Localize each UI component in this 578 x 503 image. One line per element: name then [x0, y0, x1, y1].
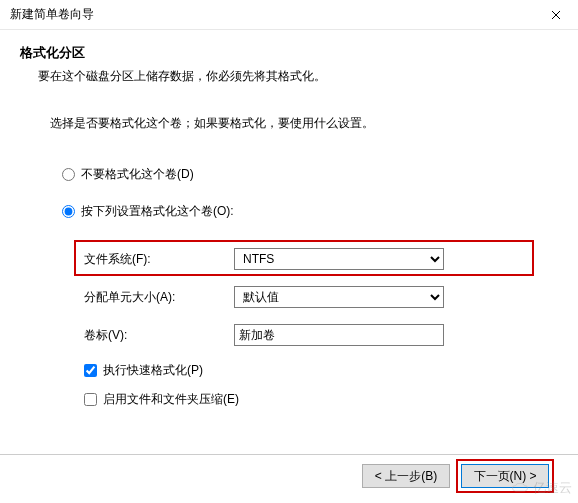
radio-no-format-label: 不要格式化这个卷(D) — [81, 166, 194, 183]
title-bar: 新建简单卷向导 — [0, 0, 578, 30]
volume-label-input[interactable] — [234, 324, 444, 346]
radio-no-format-input[interactable] — [62, 168, 75, 181]
back-button[interactable]: < 上一步(B) — [362, 464, 450, 488]
wizard-header: 格式化分区 要在这个磁盘分区上储存数据，你必须先将其格式化。 — [0, 30, 578, 95]
watermark: 亿速云 — [511, 479, 572, 497]
radio-do-format[interactable]: 按下列设置格式化这个卷(O): — [62, 203, 528, 220]
quick-format-checkbox[interactable] — [84, 364, 97, 377]
quick-format-label: 执行快速格式化(P) — [103, 362, 203, 379]
compression-row[interactable]: 启用文件和文件夹压缩(E) — [84, 391, 528, 408]
window-title: 新建简单卷向导 — [10, 6, 533, 23]
cloud-icon — [511, 482, 529, 494]
compression-label: 启用文件和文件夹压缩(E) — [103, 391, 239, 408]
radio-do-format-label: 按下列设置格式化这个卷(O): — [81, 203, 234, 220]
volume-label-row: 卷标(V): — [84, 324, 528, 346]
radio-no-format[interactable]: 不要格式化这个卷(D) — [62, 166, 528, 183]
wizard-body: 选择是否要格式化这个卷；如果要格式化，要使用什么设置。 不要格式化这个卷(D) … — [0, 95, 578, 430]
close-icon — [551, 10, 561, 20]
allocation-select[interactable]: 默认值 — [234, 286, 444, 308]
watermark-text: 亿速云 — [533, 479, 572, 497]
instruction-text: 选择是否要格式化这个卷；如果要格式化，要使用什么设置。 — [50, 115, 528, 132]
radio-do-format-input[interactable] — [62, 205, 75, 218]
compression-checkbox[interactable] — [84, 393, 97, 406]
allocation-row: 分配单元大小(A): 默认值 — [84, 286, 528, 308]
filesystem-select[interactable]: NTFS — [234, 248, 444, 270]
page-subtitle: 要在这个磁盘分区上储存数据，你必须先将其格式化。 — [20, 68, 558, 85]
close-button[interactable] — [533, 0, 578, 30]
filesystem-highlight: 文件系统(F): NTFS — [74, 240, 534, 276]
quick-format-row[interactable]: 执行快速格式化(P) — [84, 362, 528, 379]
allocation-label: 分配单元大小(A): — [84, 289, 234, 306]
volume-label-text: 卷标(V): — [84, 327, 234, 344]
format-settings: 文件系统(F): NTFS 分配单元大小(A): 默认值 卷标(V): — [84, 240, 528, 408]
footer-divider — [0, 454, 578, 455]
filesystem-label: 文件系统(F): — [84, 251, 234, 268]
page-title: 格式化分区 — [20, 44, 558, 62]
filesystem-row: 文件系统(F): NTFS — [84, 248, 524, 270]
